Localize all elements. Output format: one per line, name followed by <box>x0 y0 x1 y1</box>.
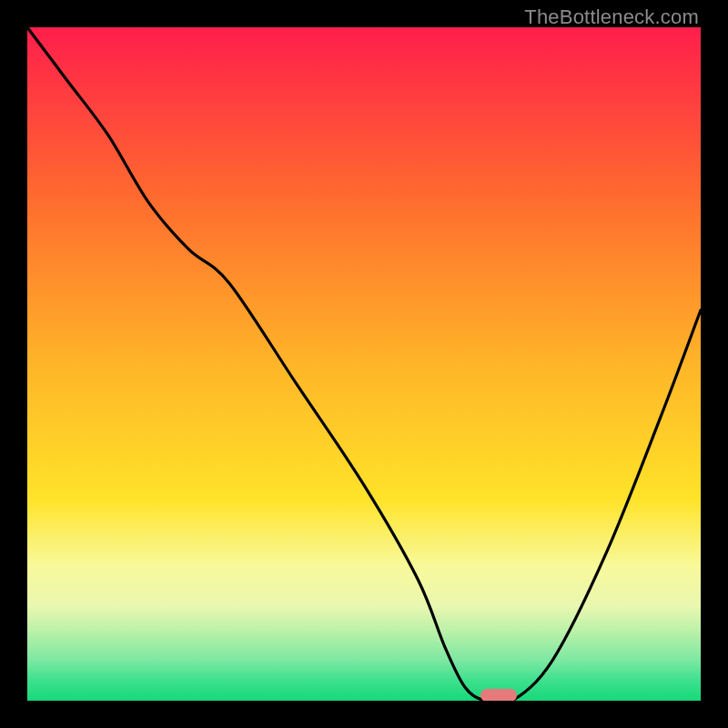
optimal-marker <box>480 689 517 701</box>
bottleneck-curve <box>27 27 701 701</box>
watermark-text: TheBottleneck.com <box>524 5 699 29</box>
chart-frame: TheBottleneck.com <box>0 0 728 728</box>
plot-area <box>27 27 701 701</box>
